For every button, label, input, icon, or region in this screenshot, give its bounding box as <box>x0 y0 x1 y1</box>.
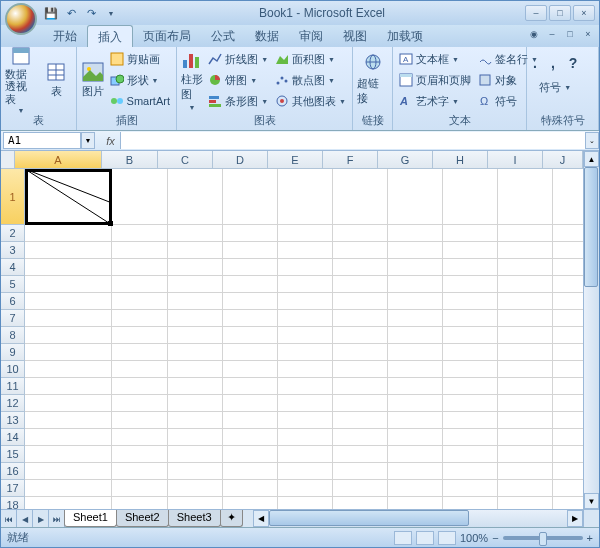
cell[interactable] <box>388 293 443 310</box>
cell[interactable] <box>168 310 223 327</box>
question-button[interactable]: ? <box>567 53 580 73</box>
cell[interactable] <box>388 429 443 446</box>
column-header[interactable]: H <box>433 151 488 169</box>
cell[interactable] <box>388 259 443 276</box>
cell[interactable] <box>278 169 333 225</box>
cell[interactable] <box>553 412 583 429</box>
cell[interactable] <box>168 480 223 497</box>
cell[interactable] <box>443 395 498 412</box>
cell[interactable] <box>168 412 223 429</box>
cell[interactable] <box>388 276 443 293</box>
cell[interactable] <box>112 276 168 293</box>
cell[interactable] <box>112 242 168 259</box>
cell[interactable] <box>112 480 168 497</box>
cell[interactable] <box>223 225 278 242</box>
cell[interactable] <box>223 293 278 310</box>
column-header[interactable]: E <box>268 151 323 169</box>
cell[interactable] <box>223 446 278 463</box>
cell[interactable] <box>553 446 583 463</box>
line-chart-button[interactable]: 折线图▼ <box>206 49 270 69</box>
name-box[interactable]: A1 <box>3 132 81 149</box>
cell[interactable] <box>333 169 388 225</box>
column-chart-button[interactable]: 柱形图▼ <box>181 49 203 111</box>
cell[interactable] <box>498 276 553 293</box>
cell[interactable] <box>223 327 278 344</box>
row-header[interactable]: 9 <box>1 344 25 361</box>
cell[interactable] <box>278 344 333 361</box>
cell[interactable] <box>278 395 333 412</box>
cell[interactable] <box>388 378 443 395</box>
row-header[interactable]: 17 <box>1 480 25 497</box>
cell[interactable] <box>112 378 168 395</box>
symbols-button[interactable]: 符号▼ <box>537 77 573 97</box>
column-header[interactable]: F <box>323 151 378 169</box>
fx-icon[interactable]: fx <box>101 132 121 149</box>
doc-close-icon[interactable]: × <box>581 27 595 41</box>
row-header[interactable]: 7 <box>1 310 25 327</box>
cell[interactable] <box>333 225 388 242</box>
cell[interactable] <box>553 480 583 497</box>
cell[interactable] <box>168 344 223 361</box>
cell[interactable] <box>333 344 388 361</box>
cell[interactable] <box>333 310 388 327</box>
cell[interactable] <box>112 463 168 480</box>
cell[interactable] <box>25 259 112 276</box>
cell[interactable] <box>25 242 112 259</box>
cell[interactable] <box>553 463 583 480</box>
clipart-button[interactable]: 剪贴画 <box>108 49 172 69</box>
cell[interactable] <box>168 169 223 225</box>
cell[interactable] <box>25 429 112 446</box>
row-header[interactable]: 6 <box>1 293 25 310</box>
tab-home[interactable]: 开始 <box>43 25 87 47</box>
hyperlink-button[interactable]: 超链接 <box>357 49 388 111</box>
cell[interactable] <box>168 395 223 412</box>
cell[interactable] <box>278 225 333 242</box>
cell[interactable] <box>443 446 498 463</box>
cell[interactable] <box>223 259 278 276</box>
cell[interactable] <box>498 293 553 310</box>
row-header[interactable]: 1 <box>1 169 25 225</box>
cell[interactable] <box>112 344 168 361</box>
cell[interactable] <box>443 497 498 509</box>
cell[interactable] <box>443 276 498 293</box>
cell[interactable] <box>278 463 333 480</box>
next-sheet-icon[interactable]: ▶ <box>33 510 49 528</box>
cell[interactable] <box>278 310 333 327</box>
pivottable-button[interactable]: 数据 透视表▼ <box>5 49 37 111</box>
cell[interactable] <box>333 378 388 395</box>
cell[interactable] <box>498 259 553 276</box>
cell[interactable] <box>278 259 333 276</box>
cell[interactable] <box>278 412 333 429</box>
cell[interactable] <box>25 276 112 293</box>
cell[interactable] <box>553 310 583 327</box>
cell[interactable] <box>25 225 112 242</box>
cell[interactable] <box>333 480 388 497</box>
column-header[interactable]: D <box>213 151 268 169</box>
tab-addins[interactable]: 加载项 <box>377 25 433 47</box>
table-button[interactable]: 表 <box>40 49 72 111</box>
cell[interactable] <box>112 497 168 509</box>
doc-minimize-icon[interactable]: – <box>545 27 559 41</box>
row-header[interactable]: 10 <box>1 361 25 378</box>
qat-dropdown-icon[interactable]: ▼ <box>103 5 119 21</box>
cell[interactable] <box>333 276 388 293</box>
cell[interactable] <box>498 169 553 225</box>
cell[interactable] <box>168 463 223 480</box>
cell[interactable] <box>168 361 223 378</box>
row-header[interactable]: 14 <box>1 429 25 446</box>
cell[interactable] <box>223 429 278 446</box>
cell[interactable] <box>498 327 553 344</box>
zoom-in-icon[interactable]: + <box>587 532 593 544</box>
cell[interactable] <box>333 327 388 344</box>
sheet-tab-1[interactable]: Sheet1 <box>64 510 117 527</box>
row-header[interactable]: 5 <box>1 276 25 293</box>
cell[interactable] <box>553 497 583 509</box>
pie-chart-button[interactable]: 饼图▼ <box>206 70 270 90</box>
sheet-tab-3[interactable]: Sheet3 <box>168 510 221 527</box>
headerfooter-button[interactable]: 页眉和页脚 <box>397 70 473 90</box>
cell[interactable] <box>443 378 498 395</box>
view-normal-icon[interactable] <box>394 531 412 545</box>
cell[interactable] <box>443 412 498 429</box>
cell[interactable] <box>25 344 112 361</box>
cell[interactable] <box>168 378 223 395</box>
